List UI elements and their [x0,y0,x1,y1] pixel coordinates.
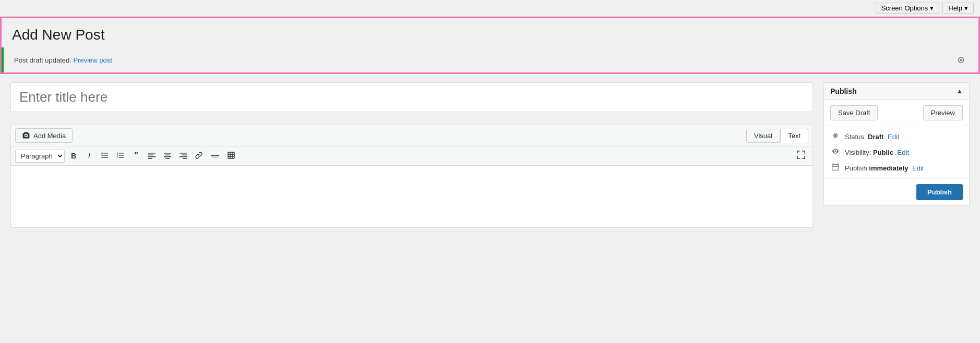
italic-icon: I [88,152,90,160]
screen-options-button[interactable]: Screen Options ▾ [876,3,940,14]
svg-rect-1 [103,155,108,156]
bold-icon: B [71,152,76,160]
blockquote-button[interactable]: " [129,149,143,163]
svg-rect-16 [164,153,171,154]
svg-rect-6 [119,153,124,154]
more-tag-icon [211,152,219,160]
pink-outline-region: Add New Post Post draft updated. Preview… [0,17,980,74]
ordered-list-button[interactable]: 123 [114,150,127,163]
status-icon [830,131,841,142]
svg-rect-13 [148,154,153,155]
svg-point-5 [101,156,102,157]
page-heading-area: Add New Post [2,18,978,47]
preview-button[interactable]: Preview [923,105,963,120]
svg-text:3: 3 [117,156,118,158]
svg-rect-15 [148,158,152,159]
editor-area: Add Media Visual Text Paragraph Heading … [10,82,813,228]
status-label: Status: Draft Edit [845,133,899,141]
align-left-icon [148,152,156,161]
table-icon [228,152,235,161]
svg-rect-20 [180,153,187,154]
publish-box: Publish ▲ Save Draft Preview Status: Dra… [823,82,970,206]
add-media-label: Add Media [33,132,66,140]
notice-text: Post draft updated. Preview post [14,56,112,64]
main-content: Add Media Visual Text Paragraph Heading … [0,74,980,236]
svg-rect-8 [119,157,124,158]
publish-box-meta: Status: Draft Edit Visibility: Public Ed… [824,126,969,179]
visibility-value: Public [873,149,893,156]
ordered-list-icon: 123 [117,152,124,161]
editor-toolbar-row1: Add Media Visual Text [10,125,813,146]
svg-rect-14 [148,156,156,157]
screen-options-label: Screen Options [881,4,928,12]
publish-collapse-button[interactable]: ▲ [957,88,963,95]
svg-rect-2 [103,157,108,158]
fullscreen-icon [797,152,805,161]
publish-button[interactable]: Publish [916,184,963,200]
link-button[interactable] [192,150,206,163]
publish-box-footer: Publish [824,179,969,205]
svg-rect-12 [148,153,156,154]
svg-rect-25 [212,157,218,158]
editor-spacer [10,112,813,125]
schedule-edit-link[interactable]: Edit [912,164,924,172]
svg-point-4 [101,154,102,155]
help-button[interactable]: Help ▾ [942,3,974,14]
status-value: Draft [868,133,883,141]
page-title: Add New Post [12,27,968,43]
svg-rect-17 [165,154,170,155]
editor-toolbar-row2: Paragraph Heading 1 Heading 2 Heading 3 … [10,146,813,165]
blockquote-icon: " [134,151,138,161]
help-chevron-icon: ▾ [964,4,968,12]
svg-point-32 [834,134,836,136]
italic-button[interactable]: I [82,150,96,162]
unordered-list-button[interactable] [98,150,112,163]
close-icon: ⊗ [957,54,965,66]
visibility-icon [830,147,841,157]
preview-post-link[interactable]: Preview post [73,56,112,64]
sidebar: Publish ▲ Save Draft Preview Status: Dra… [823,82,970,228]
view-tabs: Visual Text [746,129,808,143]
bold-button[interactable]: B [67,150,80,162]
screen-options-chevron-icon: ▾ [930,4,934,12]
notice-close-button[interactable]: ⊗ [953,53,968,67]
svg-rect-33 [832,164,839,170]
top-bar: Screen Options ▾ Help ▾ [0,0,980,17]
schedule-value: immediately [869,164,908,172]
format-select[interactable]: Paragraph Heading 1 Heading 2 Heading 3 [15,150,65,163]
link-icon [195,152,202,161]
svg-rect-22 [180,156,187,157]
svg-rect-18 [164,156,171,157]
svg-point-3 [101,152,102,153]
schedule-icon [830,163,841,173]
fullscreen-button[interactable] [794,149,808,163]
save-draft-button[interactable]: Save Draft [830,105,878,120]
status-edit-link[interactable]: Edit [888,133,899,141]
align-right-icon [180,152,187,161]
svg-rect-23 [183,158,187,159]
tab-visual[interactable]: Visual [746,129,780,143]
align-left-button[interactable] [145,150,159,163]
tab-text[interactable]: Text [780,129,808,143]
post-title-input[interactable] [10,82,813,112]
publish-box-header: Publish ▲ [824,83,969,100]
schedule-label: Publish immediately Edit [845,164,924,172]
notice-bar: Post draft updated. Preview post ⊗ [2,47,978,72]
status-row: Status: Draft Edit [830,131,963,142]
align-right-button[interactable] [176,150,190,163]
editor-body[interactable] [10,165,813,228]
add-media-button[interactable]: Add Media [15,128,73,143]
publish-box-title: Publish [830,87,857,95]
publish-box-actions: Save Draft Preview [824,100,969,126]
visibility-edit-link[interactable]: Edit [898,149,909,156]
svg-rect-19 [165,158,170,159]
more-tag-button[interactable] [208,150,222,162]
align-center-button[interactable] [161,150,174,163]
media-icon [22,131,30,140]
visibility-label: Visibility: Public Edit [845,149,909,156]
svg-rect-24 [211,155,219,156]
svg-rect-0 [103,153,108,154]
table-button[interactable] [224,150,238,163]
svg-rect-21 [182,154,187,155]
unordered-list-icon [101,152,109,161]
